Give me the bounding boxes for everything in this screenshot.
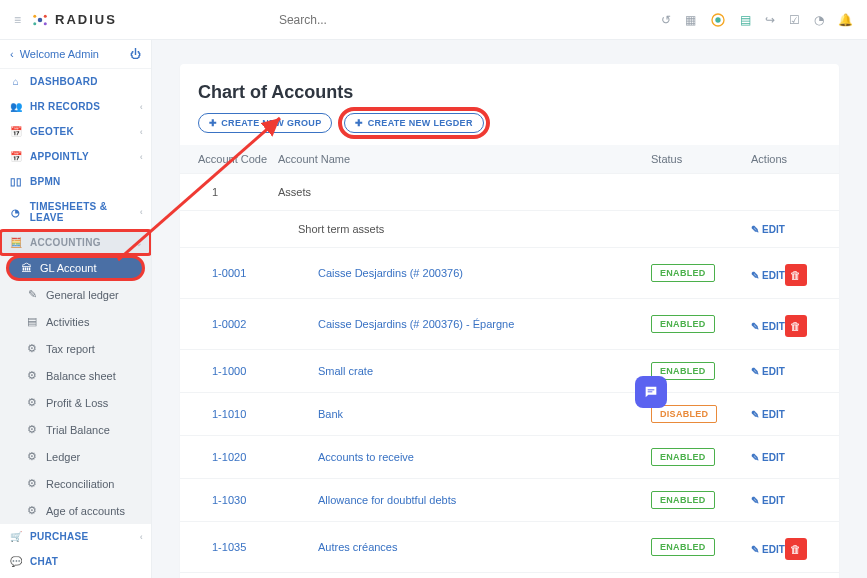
- history-icon[interactable]: ↺: [661, 13, 671, 27]
- cell-account-name: Assets: [278, 186, 651, 198]
- cell-account-name[interactable]: Small crate: [278, 365, 651, 377]
- cell-account-code[interactable]: 1-1020: [198, 451, 278, 463]
- nav-geotek[interactable]: 📅GEOTEK‹: [0, 119, 151, 144]
- accounting-icon: 🧮: [10, 237, 22, 248]
- status-badge: ENABLED: [651, 264, 715, 282]
- nav-profit-loss[interactable]: ⚙Profit & Loss: [0, 389, 151, 416]
- nav-trial-balance[interactable]: ⚙Trial Balance: [0, 416, 151, 443]
- trash-icon: 🗑: [790, 320, 801, 332]
- delete-button[interactable]: 🗑: [785, 538, 807, 560]
- chevron-left-icon: ‹: [140, 102, 143, 112]
- cell-status: ENABLED: [651, 491, 751, 509]
- gears-icon: ⚙: [26, 342, 38, 355]
- svg-rect-7: [648, 389, 655, 390]
- edit-icon: ✎: [26, 288, 38, 301]
- share-icon[interactable]: ↪: [765, 13, 775, 27]
- tasks-icon[interactable]: ☑: [789, 13, 800, 27]
- cell-actions: ✎ EDIT: [751, 408, 821, 420]
- edit-icon: ✎: [751, 366, 759, 377]
- edit-button[interactable]: ✎ EDIT: [751, 495, 785, 506]
- nav-accounting-sub: 🏛GL Account ✎General ledger ▤Activities …: [0, 255, 151, 524]
- cell-actions: ✎ EDIT: [751, 451, 821, 463]
- users-icon: 👥: [10, 101, 22, 112]
- cell-account-code[interactable]: 1-1030: [198, 494, 278, 506]
- nav-dashboard[interactable]: ⌂DASHBOARD: [0, 69, 151, 94]
- nav-chat[interactable]: 💬CHAT: [0, 549, 151, 574]
- create-group-button[interactable]: ✚Create new group: [198, 113, 332, 133]
- comment-icon[interactable]: ▤: [740, 13, 751, 27]
- nav-hr-records[interactable]: 👥HR RECORDS‹: [0, 94, 151, 119]
- cell-account-code[interactable]: 1-1035: [198, 541, 278, 553]
- chevron-left-icon: ‹: [140, 152, 143, 162]
- nav-general-ledger[interactable]: ✎General ledger: [0, 281, 151, 308]
- edit-button[interactable]: ✎ EDIT: [751, 321, 785, 332]
- nav-balance-sheet[interactable]: ⚙Balance sheet: [0, 362, 151, 389]
- status-badge: ENABLED: [651, 315, 715, 333]
- cell-account-code[interactable]: 1-1000: [198, 365, 278, 377]
- app-logo[interactable]: RADIUS: [31, 11, 117, 29]
- table-row: 1Assets: [180, 173, 839, 210]
- nav-bpmn[interactable]: ▯▯BPMN: [0, 169, 151, 194]
- logo-mark-icon: [31, 11, 49, 29]
- cell-account-code[interactable]: 1-1010: [198, 408, 278, 420]
- edit-button[interactable]: ✎ EDIT: [751, 452, 785, 463]
- cell-account-code[interactable]: 1-0001: [198, 267, 278, 279]
- bell-icon[interactable]: 🔔: [838, 13, 853, 27]
- create-ledger-button[interactable]: ✚Create new legder: [344, 113, 483, 133]
- cell-status: ENABLED: [651, 448, 751, 466]
- cart-icon: 🛒: [10, 531, 22, 542]
- nav-gl-account[interactable]: 🏛GL Account: [8, 257, 143, 279]
- nav-tax-report[interactable]: ⚙Tax report: [0, 335, 151, 362]
- cell-account-name[interactable]: Caisse Desjardins (# 200376) - Épargne: [278, 318, 651, 330]
- chat-bubble-icon: [643, 384, 659, 400]
- nav-age-accounts[interactable]: ⚙Age of accounts: [0, 497, 151, 524]
- cell-account-name[interactable]: Caisse Desjardins (# 200376): [278, 267, 651, 279]
- cell-status: DISABLED: [651, 405, 751, 423]
- status-badge: ENABLED: [651, 538, 715, 556]
- table-row: 1-1030Allowance for doubtful debtsENABLE…: [180, 478, 839, 521]
- chevron-left-icon: ‹: [140, 207, 143, 217]
- edit-button[interactable]: ✎ EDIT: [751, 409, 785, 420]
- cell-account-code: 1: [198, 186, 278, 198]
- nav-accounting[interactable]: 🧮ACCOUNTING⌄: [0, 230, 151, 255]
- floating-chat-button[interactable]: [635, 376, 667, 408]
- nav-purchase[interactable]: 🛒PURCHASE‹: [0, 524, 151, 549]
- svg-point-2: [44, 14, 47, 17]
- edit-button[interactable]: ✎ EDIT: [751, 224, 785, 235]
- cell-account-name[interactable]: Bank: [278, 408, 651, 420]
- cell-account-name[interactable]: Accounts to receive: [278, 451, 651, 463]
- delete-button[interactable]: 🗑: [785, 264, 807, 286]
- clock-icon[interactable]: ◔: [814, 13, 824, 27]
- edit-button[interactable]: ✎ EDIT: [751, 270, 785, 281]
- cell-actions: ✎ EDIT: [751, 365, 821, 377]
- table-row: 1-1035Autres créancesENABLED✎ EDIT🗑: [180, 521, 839, 572]
- power-icon[interactable]: ⏻: [130, 48, 141, 60]
- nav-asset-management[interactable]: 🏛ASSET MANAGEMENT‹: [0, 574, 151, 578]
- nav-ledger[interactable]: ⚙Ledger: [0, 443, 151, 470]
- edit-button[interactable]: ✎ EDIT: [751, 366, 785, 377]
- nav-timesheets[interactable]: ◔TIMESHEETS & LEAVE‹: [0, 194, 151, 230]
- cell-status: ENABLED: [651, 315, 751, 333]
- global-search-input[interactable]: [279, 13, 499, 27]
- back-icon[interactable]: ‹: [10, 48, 14, 60]
- edit-button[interactable]: ✎ EDIT: [751, 544, 785, 555]
- menu-toggle-icon[interactable]: ≡: [14, 13, 21, 27]
- edit-icon: ✎: [751, 495, 759, 506]
- chevron-down-icon: ⌄: [135, 238, 143, 248]
- table-body: 1AssetsShort term assets✎ EDIT1-0001Cais…: [180, 173, 839, 578]
- delete-button[interactable]: 🗑: [785, 315, 807, 337]
- cell-actions: ✎ EDIT🗑: [751, 534, 821, 560]
- clock-icon: ◔: [10, 207, 22, 218]
- apps-icon[interactable]: [710, 12, 726, 28]
- cell-account-name[interactable]: Autres créances: [278, 541, 651, 553]
- svg-point-3: [33, 22, 36, 25]
- calendar-icon[interactable]: ▦: [685, 13, 696, 27]
- nav-activities[interactable]: ▤Activities: [0, 308, 151, 335]
- nav-reconciliation[interactable]: ⚙Reconciliation: [0, 470, 151, 497]
- th-status: Status: [651, 153, 751, 165]
- table-row: 1-1010BankDISABLED✎ EDIT: [180, 392, 839, 435]
- welcome-row: ‹Welcome Admin ⏻: [0, 40, 151, 69]
- nav-appointly[interactable]: 📅APPOINTLY‹: [0, 144, 151, 169]
- cell-account-name[interactable]: Allowance for doubtful debts: [278, 494, 651, 506]
- cell-account-code[interactable]: 1-0002: [198, 318, 278, 330]
